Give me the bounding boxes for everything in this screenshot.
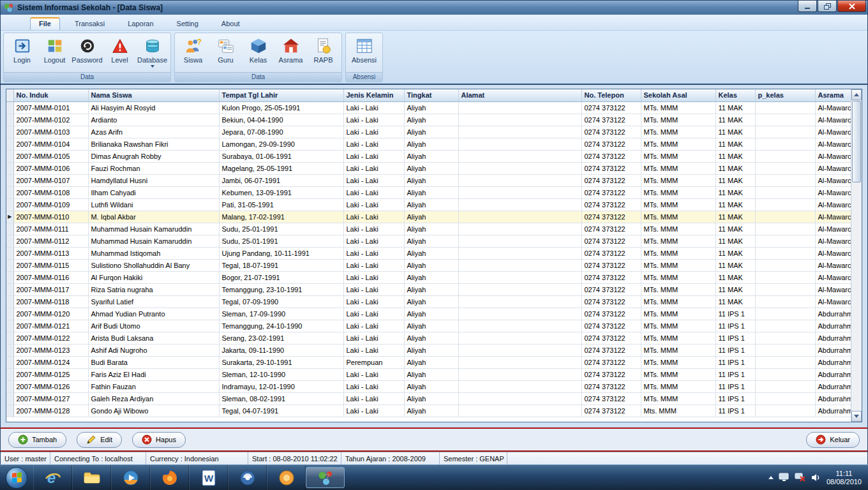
grid-cell[interactable]: 0274 373122 <box>581 356 641 368</box>
grid-cell[interactable]: Laki - Laki <box>343 235 404 247</box>
close-button[interactable] <box>837 1 866 12</box>
grid-cell[interactable] <box>458 380 581 392</box>
grid-cell[interactable]: MTs. MMM <box>641 332 715 344</box>
grid-cell[interactable]: Lamongan, 29-09-1990 <box>219 138 343 150</box>
grid-cell[interactable]: 2007-MMM-0128 <box>13 405 88 417</box>
grid-cell[interactable]: Aliyah <box>404 235 458 247</box>
grid-cell[interactable]: Al-Mawarc <box>815 247 851 259</box>
grid-cell[interactable] <box>458 332 581 344</box>
grid-cell[interactable]: Aliyah <box>404 223 458 235</box>
grid-cell[interactable]: Sleman, 08-02-1991 <box>219 392 343 405</box>
grid-cell[interactable]: Ahmad Yudian Putranto <box>88 308 219 320</box>
grid-cell[interactable]: 11 MAK <box>715 174 755 186</box>
grid-cell[interactable]: Faris Aziz El Hadi <box>88 368 219 380</box>
grid-cell[interactable]: 11 MAK <box>715 283 755 295</box>
grid-cell[interactable]: Laki - Laki <box>343 344 404 356</box>
table-row[interactable]: 2007-MMM-0123Ashif Adi NugrohoJakarta, 0… <box>6 344 851 356</box>
grid-cell[interactable]: Aliyah <box>404 380 458 392</box>
scroll-up-button[interactable] <box>851 89 862 100</box>
grid-cell[interactable]: Bogor, 21-07-1991 <box>219 271 343 283</box>
grid-cell[interactable] <box>458 247 581 259</box>
siswa-button[interactable]: ? Siswa <box>177 34 209 64</box>
grid-cell[interactable]: 11 IPS 1 <box>715 368 755 380</box>
column-header-asrama[interactable]: Asrama <box>815 89 851 101</box>
kelas-button[interactable]: Kelas <box>243 34 274 64</box>
grid-cell[interactable]: Serang, 23-02-1991 <box>219 332 343 344</box>
grid-cell[interactable]: Ali Hasyim Al Rosyid <box>88 101 219 114</box>
grid-cell[interactable]: Ujung Pandang, 10-11-1991 <box>219 247 343 259</box>
table-row[interactable]: 2007-MMM-0118Syariful LatiefTegal, 07-09… <box>6 295 851 308</box>
grid-cell[interactable]: Laki - Laki <box>343 150 404 162</box>
grid-cell[interactable]: Al-Mawarc <box>815 138 851 150</box>
grid-cell[interactable]: 11 IPS 1 <box>715 344 755 356</box>
grid-cell[interactable]: Al-Mawarc <box>815 235 851 247</box>
grid-cell[interactable]: 2007-MMM-0122 <box>13 332 88 344</box>
taskbar-icon-folder[interactable] <box>72 465 111 490</box>
grid-cell[interactable] <box>458 259 581 271</box>
grid-cell[interactable] <box>458 368 581 380</box>
grid-cell[interactable]: 0274 373122 <box>581 126 641 138</box>
grid-cell[interactable]: Al-Mawarc <box>815 114 851 126</box>
display-tray-icon[interactable] <box>779 473 789 482</box>
grid-cell[interactable]: 11 MAK <box>715 162 755 174</box>
grid-cell[interactable]: Azas Arifn <box>88 126 219 138</box>
grid-cell[interactable]: MTs. MMM <box>641 126 715 138</box>
grid-cell[interactable] <box>458 405 581 417</box>
grid-cell[interactable]: Laki - Laki <box>343 259 404 271</box>
grid-cell[interactable]: 0274 373122 <box>581 320 641 332</box>
taskbar-icon-media-player[interactable] <box>111 465 150 490</box>
column-header-nama-siswa[interactable]: Nama Siswa <box>88 89 219 101</box>
grid-cell[interactable]: 0274 373122 <box>581 174 641 186</box>
column-header-kelas[interactable]: Kelas <box>715 89 755 101</box>
grid-cell[interactable]: Aliyah <box>404 138 458 150</box>
grid-cell[interactable]: Tegal, 04-07-1991 <box>219 405 343 417</box>
grid-cell[interactable]: 2007-MMM-0101 <box>13 101 88 114</box>
grid-cell[interactable]: MTs. MMM <box>641 356 715 368</box>
hapus-button[interactable]: Hapus <box>132 432 186 448</box>
grid-cell[interactable] <box>755 405 815 417</box>
grid-cell[interactable]: 11 MAK <box>715 235 755 247</box>
grid-cell[interactable] <box>458 295 581 308</box>
grid-cell[interactable]: Laki - Laki <box>343 174 404 186</box>
tambah-button[interactable]: Tambah <box>8 432 66 448</box>
grid-cell[interactable] <box>458 101 581 114</box>
grid-cell[interactable] <box>755 162 815 174</box>
grid-cell[interactable] <box>755 308 815 320</box>
column-header-tempat-tgl-lahir[interactable]: Tempat Tgl Lahir <box>219 89 343 101</box>
grid-cell[interactable]: Arif Budi Utomo <box>88 320 219 332</box>
absensi-button[interactable]: Absensi <box>348 34 380 64</box>
grid-cell[interactable]: MTs. MMM <box>641 235 715 247</box>
grid-cell[interactable]: 0274 373122 <box>581 405 641 417</box>
grid-cell[interactable]: Kulon Progo, 25-05-1991 <box>219 101 343 114</box>
grid-cell[interactable]: Aliyah <box>404 150 458 162</box>
grid-cell[interactable]: 2007-MMM-0107 <box>13 174 88 186</box>
grid-cell[interactable]: 11 IPS 1 <box>715 392 755 405</box>
grid-cell[interactable] <box>458 320 581 332</box>
grid-cell[interactable]: Aliyah <box>404 332 458 344</box>
grid-cell[interactable]: Sleman, 17-09-1990 <box>219 308 343 320</box>
table-row[interactable]: 2007-MMM-0102ArdiantoBekiun, 04-04-1990L… <box>6 114 851 126</box>
grid-cell[interactable] <box>755 101 815 114</box>
grid-cell[interactable]: MTs. MMM <box>641 368 715 380</box>
grid-cell[interactable]: Gondo Aji Wibowo <box>88 405 219 417</box>
table-row[interactable]: 2007-MMM-0120Ahmad Yudian PutrantoSleman… <box>6 308 851 320</box>
grid-cell[interactable]: MTs. MMM <box>641 295 715 308</box>
grid-cell[interactable]: Laki - Laki <box>343 198 404 211</box>
table-row[interactable]: 2007-MMM-0113Muhammad IstiqomahUjung Pan… <box>6 247 851 259</box>
grid-cell[interactable]: Sulistiono Shollahuddin Al Bany <box>88 259 219 271</box>
grid-cell[interactable] <box>755 380 815 392</box>
network-error-tray-icon[interactable] <box>795 473 805 482</box>
grid-cell[interactable]: Al-Mawarc <box>815 162 851 174</box>
grid-cell[interactable]: Laki - Laki <box>343 320 404 332</box>
column-header-tingkat[interactable]: Tingkat <box>404 89 458 101</box>
grid-cell[interactable]: Luthfi Wildani <box>88 198 219 211</box>
grid-cell[interactable]: 11 MAK <box>715 247 755 259</box>
grid-cell[interactable]: Al-Mawarc <box>815 259 851 271</box>
column-header-no-induk[interactable]: No. Induk <box>13 89 88 101</box>
grid-cell[interactable]: MTs. MMM <box>641 271 715 283</box>
grid-cell[interactable]: 11 IPS 1 <box>715 320 755 332</box>
grid-cell[interactable] <box>458 308 581 320</box>
grid-cell[interactable]: Aliyah <box>404 174 458 186</box>
grid-cell[interactable]: 2007-MMM-0118 <box>13 295 88 308</box>
minimize-button[interactable] <box>798 1 817 12</box>
